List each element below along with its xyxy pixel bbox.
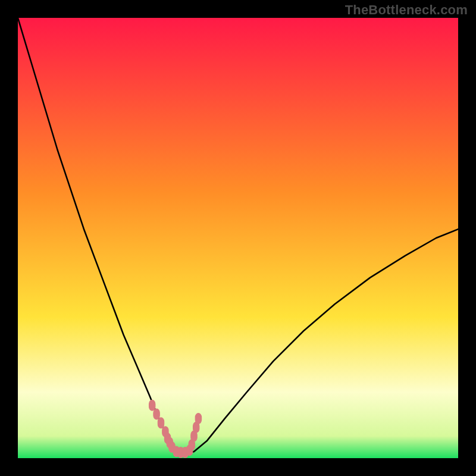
watermark-text: TheBottleneck.com xyxy=(345,2,468,18)
chart-frame: TheBottleneck.com xyxy=(0,0,476,476)
gradient-background xyxy=(18,18,458,458)
svg-rect-0 xyxy=(18,18,458,458)
plot-area xyxy=(18,18,458,458)
